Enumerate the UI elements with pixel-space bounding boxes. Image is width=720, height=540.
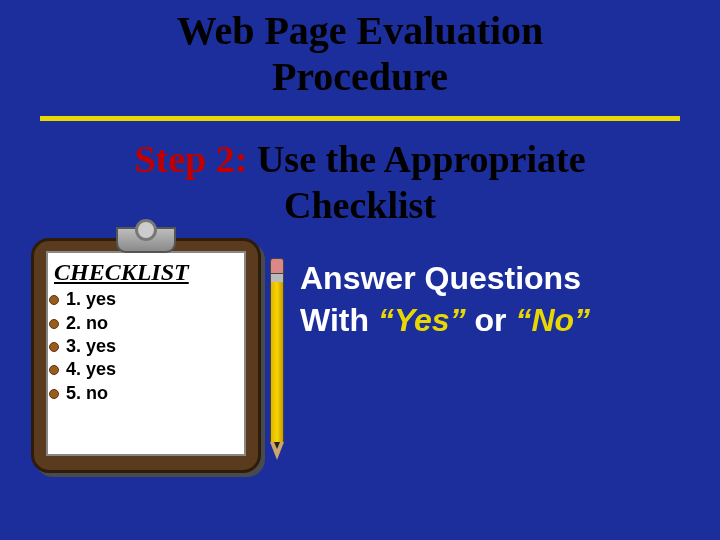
divider	[40, 116, 680, 121]
title-line2: Procedure	[272, 54, 448, 99]
clipboard-graphic: CHECKLIST 1. yes 2. no 3. yes 4. yes 5. …	[26, 238, 266, 473]
step-text-2: Checklist	[284, 184, 436, 226]
step-text-1: Use the Appropriate	[247, 138, 585, 180]
answer-yes: “Yes”	[378, 302, 466, 338]
answer-text: Answer Questions With “Yes” or “No”	[300, 258, 700, 341]
list-item: 4. yes	[62, 358, 234, 381]
list-item: 3. yes	[62, 335, 234, 358]
slide-title: Web Page Evaluation Procedure	[0, 0, 720, 100]
clipboard-clip-icon	[116, 227, 176, 253]
clipboard-board: CHECKLIST 1. yes 2. no 3. yes 4. yes 5. …	[31, 238, 261, 473]
list-item: 5. no	[62, 382, 234, 405]
checklist: 1. yes 2. no 3. yes 4. yes 5. no	[62, 288, 234, 405]
answer-line1: Answer Questions	[300, 260, 581, 296]
list-item: 2. no	[62, 312, 234, 335]
clipboard-paper: CHECKLIST 1. yes 2. no 3. yes 4. yes 5. …	[46, 251, 246, 456]
step-heading: Step 2: Use the Appropriate Checklist	[0, 137, 720, 228]
pencil-icon	[270, 258, 284, 463]
step-prefix: Step 2:	[134, 138, 247, 180]
checklist-heading: CHECKLIST	[54, 259, 234, 286]
content-area: CHECKLIST 1. yes 2. no 3. yes 4. yes 5. …	[0, 238, 720, 518]
answer-or: or	[466, 302, 516, 338]
answer-with: With	[300, 302, 378, 338]
title-line1: Web Page Evaluation	[177, 8, 544, 53]
list-item: 1. yes	[62, 288, 234, 311]
answer-no: “No”	[515, 302, 590, 338]
